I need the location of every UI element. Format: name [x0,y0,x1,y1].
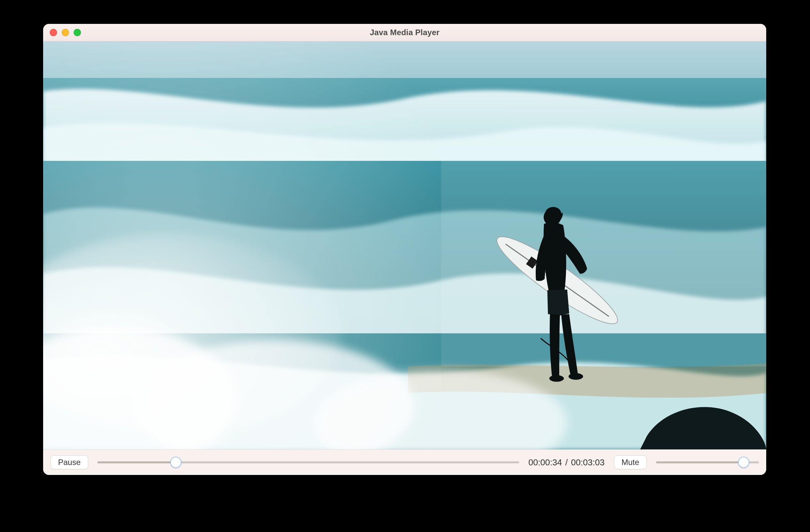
volume-fill [656,461,744,463]
seek-thumb[interactable] [170,457,181,468]
volume-thumb[interactable] [738,457,749,468]
svg-point-15 [568,373,583,380]
pause-button[interactable]: Pause [50,455,88,469]
svg-rect-16 [43,42,441,449]
seek-track [98,461,519,463]
total-time: 00:03:03 [571,457,604,468]
close-icon[interactable] [50,29,57,36]
svg-rect-8 [441,161,766,367]
window-title: Java Media Player [370,28,439,37]
titlebar[interactable]: Java Media Player [43,24,766,42]
minimize-icon[interactable] [62,29,69,36]
video-viewport[interactable] [43,42,766,449]
desktop-background: Java Media Player [0,0,810,532]
current-time: 00:00:34 [529,457,562,468]
zoom-icon[interactable] [74,29,81,36]
seek-slider[interactable] [98,458,519,466]
svg-point-14 [549,375,564,382]
video-frame-illustration [43,42,766,449]
volume-slider[interactable] [656,458,759,466]
window-controls [50,29,81,36]
time-display: 00:00:34 / 00:03:03 [529,457,605,468]
media-player-window: Java Media Player [43,24,766,475]
time-separator: / [565,457,568,468]
playback-controls: Pause 00:00:34 / 00:03:03 Mute [43,449,766,475]
mute-button[interactable]: Mute [614,455,647,469]
seek-fill [98,461,176,463]
